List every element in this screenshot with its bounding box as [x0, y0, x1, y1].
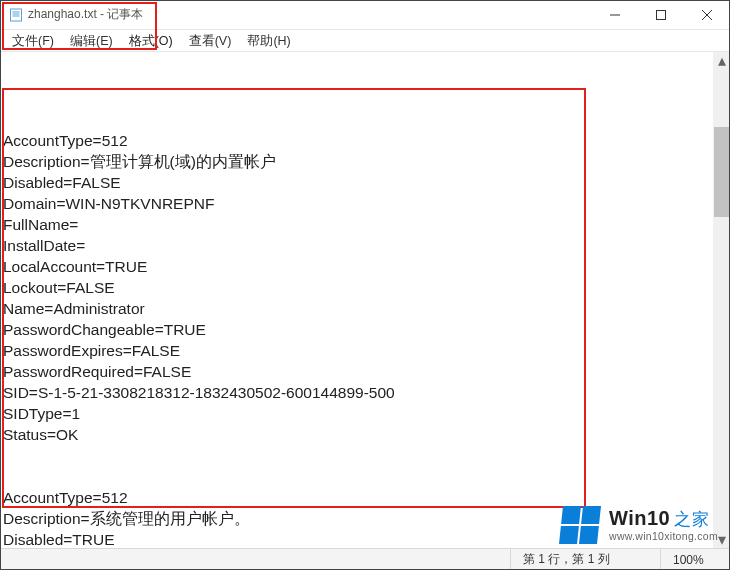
content-area: AccountType=512 Description=管理计算机(域)的内置帐… [0, 52, 730, 548]
svg-rect-5 [657, 10, 666, 19]
scroll-down-icon[interactable]: ▾ [713, 531, 730, 548]
status-bar: 第 1 行，第 1 列 100% [0, 548, 730, 570]
window-controls [592, 0, 730, 29]
svg-rect-0 [11, 9, 22, 21]
menu-file[interactable]: 文件(F) [4, 30, 62, 52]
title-bar: zhanghao.txt - 记事本 [0, 0, 730, 30]
zoom-level: 100% [660, 549, 730, 570]
vertical-scrollbar[interactable]: ▴ ▾ [713, 52, 730, 548]
maximize-button[interactable] [638, 0, 684, 29]
scroll-up-icon[interactable]: ▴ [713, 52, 730, 69]
close-button[interactable] [684, 0, 730, 29]
menu-format[interactable]: 格式(O) [121, 30, 181, 52]
menu-help[interactable]: 帮助(H) [239, 30, 298, 52]
cursor-position: 第 1 行，第 1 列 [510, 549, 660, 570]
scroll-thumb[interactable] [714, 127, 729, 217]
notepad-icon [8, 7, 24, 23]
menu-edit[interactable]: 编辑(E) [62, 30, 121, 52]
text-editor[interactable]: AccountType=512 Description=管理计算机(域)的内置帐… [3, 52, 712, 548]
window-title: zhanghao.txt - 记事本 [28, 6, 143, 23]
menu-bar: 文件(F) 编辑(E) 格式(O) 查看(V) 帮助(H) [0, 30, 730, 52]
menu-view[interactable]: 查看(V) [181, 30, 240, 52]
minimize-button[interactable] [592, 0, 638, 29]
